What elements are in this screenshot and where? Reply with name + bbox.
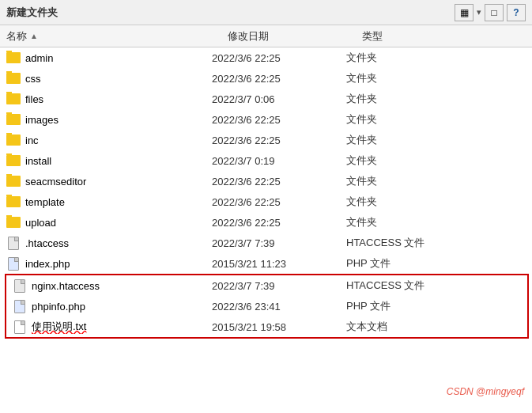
txt-file-icon <box>13 320 27 334</box>
folder-icon <box>6 153 21 168</box>
folder-icon <box>6 174 21 188</box>
file-type-cell: PHP 文件 <box>346 299 441 313</box>
file-name-cell: seacmseditor <box>6 174 212 188</box>
highlighted-files-group: nginx.htaccess 2022/3/7 7:39 HTACCESS 文件… <box>5 274 529 339</box>
file-name-cell: nginx.htaccess <box>6 278 212 293</box>
file-date-cell: 2022/3/6 22:25 <box>212 52 346 64</box>
normal-file-rows: .htaccess 2022/3/7 7:39 HTACCESS 文件 inde… <box>0 233 532 274</box>
file-type-cell: 文件夹 <box>346 174 441 188</box>
file-date-cell: 2022/3/7 7:39 <box>212 280 346 292</box>
divider-icon: ▾ <box>477 7 481 17</box>
list-item[interactable]: images 2022/3/6 22:25 文件夹 <box>0 109 532 130</box>
list-item[interactable]: index.php 2015/3/21 11:23 PHP 文件 <box>0 253 532 274</box>
folder-title: 新建文件夹 <box>6 6 58 20</box>
file-type-cell: HTACCESS 文件 <box>346 278 441 293</box>
file-type-cell: PHP 文件 <box>346 256 441 271</box>
file-name-cell: phpinfo.php <box>6 299 212 313</box>
folder-icon <box>6 195 21 209</box>
php-file-icon <box>13 299 27 313</box>
list-item[interactable]: seacmseditor 2022/3/6 22:25 文件夹 <box>0 171 532 191</box>
htaccess-file-icon <box>13 278 27 293</box>
htaccess-file-icon <box>6 236 21 250</box>
file-type-cell: 文件夹 <box>346 215 441 229</box>
file-name-cell: css <box>6 71 212 85</box>
folder-icon <box>6 112 21 127</box>
file-date-cell: 2015/3/21 19:58 <box>212 321 346 333</box>
window-button[interactable]: □ <box>485 4 504 21</box>
folder-icon <box>6 71 21 85</box>
help-button[interactable]: ? <box>507 4 526 21</box>
file-type-cell: 文件夹 <box>346 153 441 168</box>
list-item[interactable]: install 2022/3/7 0:19 文件夹 <box>0 150 532 171</box>
list-item[interactable]: .htaccess 2022/3/7 7:39 HTACCESS 文件 <box>0 233 532 253</box>
list-item[interactable]: upload 2022/3/6 22:25 文件夹 <box>0 212 532 233</box>
file-list: admin 2022/3/6 22:25 文件夹 css 2022/3/6 22… <box>0 47 532 391</box>
file-type-cell: 文件夹 <box>346 112 441 127</box>
col-header-type[interactable]: 类型 <box>362 29 457 44</box>
file-name-cell: template <box>6 195 212 209</box>
file-date-cell: 2022/3/7 7:39 <box>212 237 346 249</box>
folder-icon <box>6 133 21 147</box>
file-date-cell: 2022/3/7 0:19 <box>212 155 346 167</box>
file-name-cell: index.php <box>6 256 212 271</box>
file-date-cell: 2022/3/6 22:25 <box>212 135 346 146</box>
file-type-cell: 文件夹 <box>346 51 441 65</box>
file-name-cell: inc <box>6 133 212 147</box>
file-name-cell: install <box>6 153 212 168</box>
list-item[interactable]: inc 2022/3/6 22:25 文件夹 <box>0 130 532 150</box>
list-item[interactable]: nginx.htaccess 2022/3/7 7:39 HTACCESS 文件 <box>6 275 527 296</box>
column-headers: 名称 ▲ 修改日期 类型 <box>0 25 532 47</box>
toolbar-buttons: ▦ ▾ □ ? <box>455 4 526 21</box>
file-name-cell: images <box>6 112 212 127</box>
file-date-cell: 2022/3/7 0:06 <box>212 93 346 105</box>
file-date-cell: 2022/3/6 22:25 <box>212 114 346 126</box>
watermark: CSDN @mingyeqf <box>447 386 524 397</box>
folder-rows: admin 2022/3/6 22:25 文件夹 css 2022/3/6 22… <box>0 47 532 233</box>
file-date-cell: 2022/3/6 22:25 <box>212 176 346 188</box>
file-name-cell: .htaccess <box>6 236 212 250</box>
file-type-cell: 文件夹 <box>346 195 441 209</box>
folder-icon <box>6 215 21 229</box>
file-date-cell: 2022/3/6 22:25 <box>212 196 346 208</box>
file-type-cell: 文件夹 <box>346 92 441 106</box>
highlighted-file-rows: nginx.htaccess 2022/3/7 7:39 HTACCESS 文件… <box>6 275 527 337</box>
col-header-name[interactable]: 名称 ▲ <box>6 29 228 44</box>
list-item[interactable]: 使用说明.txt 2015/3/21 19:58 文本文档 <box>6 316 527 337</box>
file-type-cell: HTACCESS 文件 <box>346 236 441 250</box>
file-name-cell: files <box>6 92 212 106</box>
list-item[interactable]: files 2022/3/7 0:06 文件夹 <box>0 89 532 109</box>
folder-icon <box>6 51 21 65</box>
file-date-cell: 2015/3/21 11:23 <box>212 258 346 270</box>
list-item[interactable]: template 2022/3/6 22:25 文件夹 <box>0 191 532 212</box>
top-bar: 新建文件夹 ▦ ▾ □ ? <box>0 0 532 25</box>
view-toggle-button[interactable]: ▦ <box>455 4 474 21</box>
file-type-cell: 文件夹 <box>346 133 441 147</box>
file-name-cell: admin <box>6 51 212 65</box>
file-name-cell: 使用说明.txt <box>6 320 212 334</box>
list-item[interactable]: phpinfo.php 2022/3/6 23:41 PHP 文件 <box>6 296 527 316</box>
file-date-cell: 2022/3/6 22:25 <box>212 73 346 85</box>
php-file-icon <box>6 256 21 271</box>
file-name-cell: upload <box>6 215 212 229</box>
list-item[interactable]: admin 2022/3/6 22:25 文件夹 <box>0 47 532 68</box>
folder-icon <box>6 92 21 106</box>
file-type-cell: 文件夹 <box>346 71 441 85</box>
file-type-cell: 文本文档 <box>346 320 441 334</box>
file-date-cell: 2022/3/6 23:41 <box>212 301 346 313</box>
sort-arrow-icon: ▲ <box>30 32 38 40</box>
col-header-date[interactable]: 修改日期 <box>228 29 362 44</box>
file-date-cell: 2022/3/6 22:25 <box>212 217 346 229</box>
list-item[interactable]: css 2022/3/6 22:25 文件夹 <box>0 68 532 89</box>
